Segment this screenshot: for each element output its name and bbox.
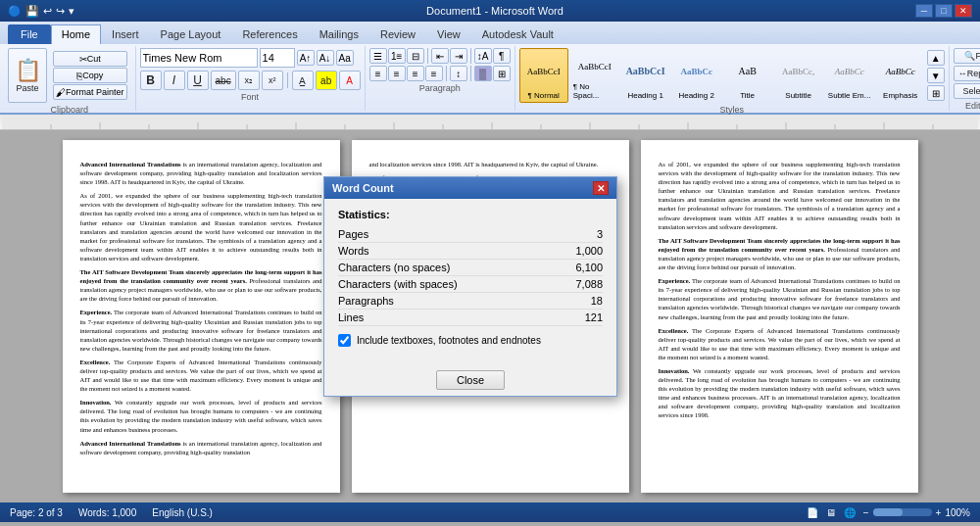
styles-up-button[interactable]: ▲	[927, 50, 945, 66]
styles-down-button[interactable]: ▼	[927, 68, 945, 83]
word-count-dialog[interactable]: Word Count ✕ Statistics: Pages 3 Words 1…	[323, 176, 617, 397]
stat-words-label: Words	[338, 245, 369, 257]
align-center-button[interactable]: ≡	[388, 66, 406, 81]
tab-references[interactable]: References	[231, 24, 308, 44]
sep1	[287, 72, 288, 88]
quick-redo[interactable]: ↪	[56, 5, 65, 18]
zoom-slider[interactable]	[873, 508, 932, 516]
dialog-close-button[interactable]: Close	[436, 370, 505, 390]
editing-group: 🔍 Find ↔ Replace Select ▾ Editing	[950, 46, 980, 111]
text-effects-button[interactable]: A̲	[292, 71, 314, 90]
clipboard-content: 📋 Paste ✂ Cut ⎘ Copy 🖌 Format Painter	[8, 48, 131, 103]
style-normal-button[interactable]: AaBbCcI ¶ Normal	[519, 48, 568, 103]
tab-file[interactable]: File	[8, 24, 51, 44]
borders-button[interactable]: ⊞	[493, 66, 511, 81]
paste-button[interactable]: 📋 Paste	[8, 48, 47, 103]
p1-para3: The AIT Software Development Team sincer…	[80, 267, 322, 303]
stat-lines-row: Lines 121	[338, 310, 603, 326]
replace-button[interactable]: ↔ Replace	[954, 66, 980, 81]
tab-insert[interactable]: Insert	[101, 24, 150, 44]
p1-para1: Advanced International Translations is a…	[80, 160, 322, 186]
stat-words-row: Words 1,000	[338, 243, 603, 260]
bold-button[interactable]: B	[140, 71, 162, 90]
stat-words-value: 1,000	[575, 245, 603, 257]
increase-indent-button[interactable]: ⇥	[450, 48, 467, 64]
style-nospace-button[interactable]: AaBbCcI ¶ No Spaci...	[570, 48, 619, 103]
style-subtitle-button[interactable]: AaBbCc, Subtitle	[774, 48, 823, 103]
tab-home[interactable]: Home	[51, 24, 101, 44]
cut-button[interactable]: ✂ Cut	[53, 51, 127, 67]
tab-page-layout[interactable]: Page Layout	[150, 24, 232, 44]
view-fullscreen-button[interactable]: 🖥	[826, 507, 836, 518]
font-row2: B I U abc x₂ x² A̲ ab A	[140, 71, 361, 90]
shading-button[interactable]: ▒	[474, 66, 492, 81]
line-spacing-button[interactable]: ↕	[450, 66, 467, 81]
stat-paragraphs-value: 18	[591, 295, 603, 307]
highlight-button[interactable]: ab	[316, 71, 337, 90]
bullets-button[interactable]: ☰	[369, 48, 387, 64]
p3-para3: Experience. The corporate team of Advanc…	[659, 276, 901, 320]
editing-label: Editing	[965, 101, 980, 111]
sort-button[interactable]: ↕A	[474, 48, 492, 64]
view-web-button[interactable]: 🌐	[844, 507, 856, 518]
style-subtle-button[interactable]: AaBbCc Subtle Em...	[825, 48, 874, 103]
find-button[interactable]: 🔍 Find	[954, 48, 980, 64]
view-print-button[interactable]: 📄	[807, 507, 818, 518]
stat-paragraphs-label: Paragraphs	[338, 295, 394, 307]
multilevel-button[interactable]: ⊟	[407, 48, 424, 64]
font-group: A↑ A↓ Aa B I U abc x₂ x² A̲ ab A Font	[136, 46, 366, 111]
minimize-button[interactable]: ─	[915, 4, 933, 18]
shrink-font-button[interactable]: A↓	[317, 50, 334, 66]
stat-chars-spaces-value: 7,088	[575, 278, 603, 290]
select-button[interactable]: Select ▾	[954, 83, 980, 99]
dialog-close-x-button[interactable]: ✕	[593, 181, 609, 195]
include-textboxes-checkbox[interactable]	[338, 334, 351, 347]
zoom-out-button[interactable]: −	[863, 507, 869, 518]
font-size-input[interactable]	[260, 48, 295, 68]
style-h2-button[interactable]: AaBbCc Heading 2	[672, 48, 721, 103]
align-right-button[interactable]: ≡	[407, 66, 424, 81]
title-bar-left: 🔵 💾 ↩ ↪ ▾	[8, 5, 74, 18]
style-emphasis-button[interactable]: AaBbCc Emphasis	[876, 48, 925, 103]
maximize-button[interactable]: □	[935, 4, 953, 18]
copy-button[interactable]: ⎘ Copy	[53, 68, 127, 83]
page-1[interactable]: Advanced International Translations is a…	[63, 140, 340, 493]
dialog-title-bar: Word Count ✕	[324, 177, 616, 199]
clear-format-button[interactable]: Aa	[336, 50, 354, 66]
italic-button[interactable]: I	[164, 71, 185, 90]
numbering-button[interactable]: 1≡	[388, 48, 406, 64]
justify-button[interactable]: ≡	[425, 66, 443, 81]
p1-para5: Excellence. The Corporate Experts of Adv…	[80, 358, 322, 393]
tab-autodesk[interactable]: Autodesk Vault	[471, 24, 564, 44]
style-h1-button[interactable]: AaBbCcI Heading 1	[621, 48, 670, 103]
tab-view[interactable]: View	[426, 24, 471, 44]
subscript-button[interactable]: x₂	[238, 71, 260, 90]
page-3[interactable]: As of 2001, we expanded the sphere of ou…	[641, 140, 918, 493]
p1-para2: As of 2001, we expanded the sphere of ou…	[80, 191, 322, 263]
zoom-level: 100%	[945, 507, 970, 518]
close-button[interactable]: ✕	[955, 4, 972, 18]
grow-font-button[interactable]: A↑	[297, 50, 315, 66]
font-color-button[interactable]: A	[339, 71, 361, 90]
underline-button[interactable]: U	[187, 71, 209, 90]
quick-undo[interactable]: ↩	[43, 5, 52, 18]
editing-content: 🔍 Find ↔ Replace Select ▾	[954, 48, 980, 99]
quick-save[interactable]: 💾	[25, 5, 39, 18]
ruler-area	[2, 115, 978, 129]
stat-pages-label: Pages	[338, 228, 368, 240]
superscript-button[interactable]: x²	[262, 71, 283, 90]
styles-scroll: ▲ ▼ ⊞	[927, 48, 945, 103]
format-painter-button[interactable]: 🖌 Format Painter	[53, 84, 127, 100]
decrease-indent-button[interactable]: ⇤	[431, 48, 449, 64]
zoom-in-button[interactable]: +	[936, 507, 942, 518]
clipboard-label: Clipboard	[51, 105, 89, 115]
style-title-button[interactable]: AaB Title	[723, 48, 772, 103]
font-name-input[interactable]	[140, 48, 258, 68]
strikethrough-button[interactable]: abc	[211, 71, 236, 90]
styles-more-button[interactable]: ⊞	[927, 85, 945, 101]
sep4	[446, 66, 447, 81]
tab-review[interactable]: Review	[369, 24, 426, 44]
align-left-button[interactable]: ≡	[369, 66, 387, 81]
show-marks-button[interactable]: ¶	[493, 48, 511, 64]
tab-mailings[interactable]: Mailings	[309, 24, 369, 44]
